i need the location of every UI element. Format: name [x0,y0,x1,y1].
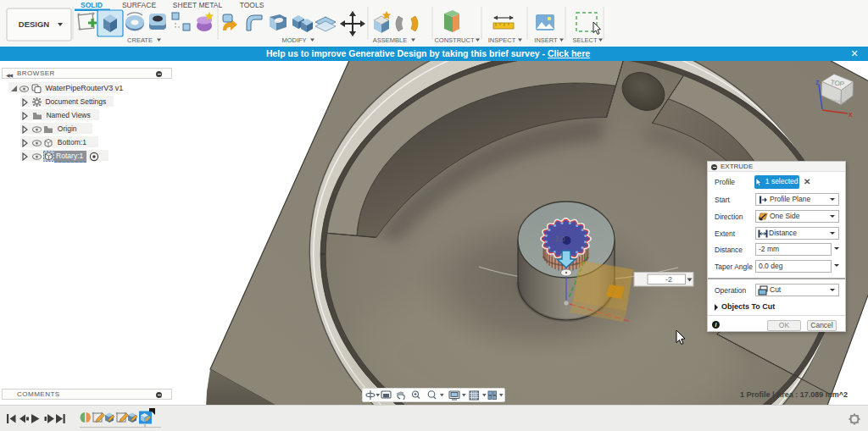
svg-text:CONSTRUCT: CONSTRUCT [434,36,474,44]
svg-text:1 Profile | Area : 17.089 mm^2: 1 Profile | Area : 17.089 mm^2 [740,390,848,399]
svg-text:INSERT: INSERT [534,36,558,44]
svg-text:SELECT: SELECT [572,36,598,44]
svg-text:X: X [849,112,853,118]
svg-text:DESIGN: DESIGN [19,19,50,29]
svg-text:Z: Z [815,80,820,86]
svg-text:INSPECT: INSPECT [488,36,516,44]
svg-text:SOLID: SOLID [81,1,103,9]
svg-text:CREATE: CREATE [127,36,153,44]
svg-text:SHEET METAL: SHEET METAL [173,1,223,9]
svg-text:TOOLS: TOOLS [240,1,264,9]
svg-text:2.0: 2.0 [555,235,565,243]
svg-text:MODIFY: MODIFY [281,36,306,44]
svg-text:SURFACE: SURFACE [122,1,156,9]
svg-text:-2: -2 [665,275,672,284]
svg-text:ASSEMBLE: ASSEMBLE [373,36,407,44]
